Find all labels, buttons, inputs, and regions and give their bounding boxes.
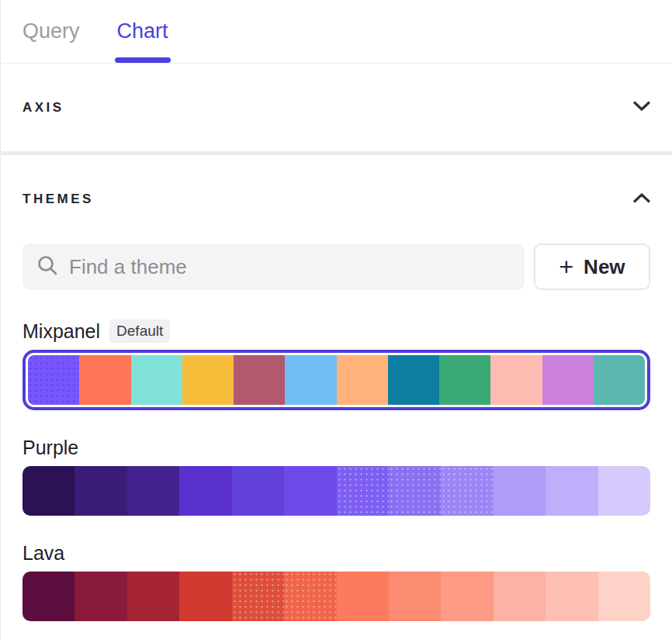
color-swatch	[179, 572, 231, 621]
theme-label-row: Lava	[23, 542, 650, 565]
color-swatch	[441, 466, 493, 516]
color-swatch	[494, 572, 546, 621]
tab-chart[interactable]: Chart	[117, 0, 168, 63]
chevron-down-icon[interactable]	[633, 101, 650, 115]
tab-chart-label: Chart	[117, 19, 168, 43]
tab-query-label: Query	[23, 19, 80, 43]
theme-label-row: Purple	[23, 437, 650, 459]
color-swatch	[546, 572, 598, 621]
active-tab-underline	[115, 57, 171, 63]
color-swatch	[131, 355, 182, 405]
new-theme-button[interactable]: + New	[534, 244, 650, 290]
plus-icon: +	[559, 254, 573, 279]
theme-palette-mixpanel[interactable]	[28, 355, 645, 405]
color-swatch	[337, 355, 388, 405]
color-swatch	[388, 355, 439, 405]
color-swatch	[232, 572, 284, 621]
color-swatch	[494, 466, 546, 516]
chart-settings-panel: Query Chart AXIS THEMES	[0, 0, 672, 639]
color-swatch	[285, 355, 336, 405]
color-swatch	[598, 572, 650, 621]
selected-theme-ring	[23, 350, 650, 410]
color-swatch	[23, 466, 74, 516]
color-swatch	[79, 355, 130, 405]
color-swatch	[284, 572, 336, 621]
color-swatch	[439, 355, 490, 405]
tab-query[interactable]: Query	[23, 0, 80, 63]
section-divider	[1, 151, 672, 155]
theme-label-row: MixpanelDefault	[23, 320, 650, 343]
tab-bar: Query Chart	[1, 0, 672, 64]
theme-name: Lava	[23, 542, 64, 565]
theme-name: Mixpanel	[23, 320, 100, 343]
color-swatch	[490, 355, 542, 405]
themes-section-label: THEMES	[23, 192, 94, 207]
themes-list: MixpanelDefaultPurpleLavaMist	[1, 320, 672, 639]
color-swatch	[542, 355, 594, 405]
theme-toolbar: + New	[23, 244, 650, 290]
themes-section-header[interactable]: THEMES	[1, 188, 672, 211]
color-swatch	[389, 466, 441, 516]
theme-palette-lava[interactable]	[23, 572, 650, 621]
theme-palette-purple[interactable]	[23, 466, 650, 516]
color-swatch	[232, 466, 284, 516]
color-swatch	[28, 355, 79, 405]
theme-item-lava: Lava	[23, 542, 650, 621]
color-swatch	[127, 466, 179, 516]
color-swatch	[389, 572, 441, 621]
color-swatch	[594, 355, 645, 405]
color-swatch	[337, 572, 389, 621]
color-swatch	[234, 355, 285, 405]
theme-item-mixpanel: MixpanelDefault	[23, 320, 650, 410]
new-theme-button-label: New	[584, 255, 625, 279]
color-swatch	[74, 466, 126, 516]
axis-section-header[interactable]: AXIS	[1, 64, 672, 151]
color-swatch	[337, 466, 389, 516]
color-swatch	[182, 355, 234, 405]
theme-search-box[interactable]	[23, 244, 525, 290]
color-swatch	[127, 572, 179, 621]
color-swatch	[74, 572, 126, 621]
color-swatch	[441, 572, 493, 621]
color-swatch	[284, 466, 336, 516]
search-icon	[36, 254, 58, 279]
chevron-up-icon[interactable]	[633, 192, 650, 206]
color-swatch	[598, 466, 650, 516]
theme-default-badge: Default	[109, 320, 170, 343]
theme-name: Purple	[23, 437, 78, 459]
theme-search-input[interactable]	[69, 255, 511, 279]
axis-section-label: AXIS	[23, 100, 64, 116]
color-swatch	[546, 466, 598, 516]
theme-item-purple: Purple	[23, 437, 650, 516]
color-swatch	[23, 572, 74, 621]
color-swatch	[179, 466, 231, 516]
